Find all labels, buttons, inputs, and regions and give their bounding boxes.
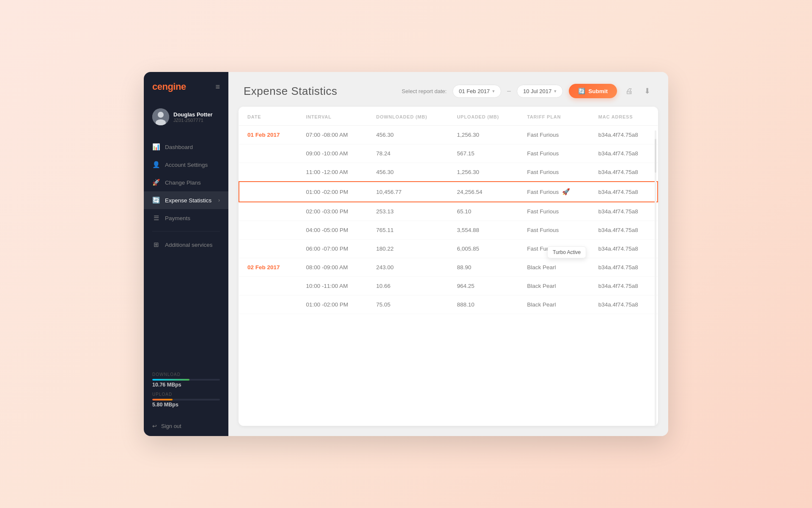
upload-value: 5.80 MBps (152, 402, 220, 408)
table-container: DATE INTERVAL DOWNLOADED (MB) UPLOADED (… (239, 107, 658, 426)
cell-mac: b34a.4f74.75a8 (590, 126, 658, 144)
cell-downloaded: 243.00 (368, 258, 448, 277)
cell-mac: b34a.4f74.75a8 (590, 221, 658, 240)
sidebar: cengine ≡ Douglas Potter JZ01-2507771 📊 … (144, 72, 228, 436)
page-title: Expense Statistics (244, 85, 337, 98)
cell-tariff: Black Pearl (518, 295, 590, 314)
cell-date (239, 277, 297, 295)
table-row: 04:00 -05:00 PM765.113,554.88Fast Furiou… (239, 221, 658, 240)
sidebar-item-expense-statistics[interactable]: 🔄 Expense Statistics › (144, 191, 228, 209)
download-bar-bg (152, 379, 220, 381)
table-row: 09:00 -10:00 AM78.24567.15Fast Furiousb3… (239, 144, 658, 163)
report-date-label: Select report date: (402, 88, 447, 94)
download-bar-fill (152, 379, 189, 381)
download-value: 10.76 MBps (152, 382, 220, 388)
user-section: Douglas Potter JZ01-2507771 (144, 102, 228, 134)
sidebar-label-account-settings: Account Settings (165, 162, 208, 168)
cell-downloaded: 10.66 (368, 277, 448, 295)
cell-tariff: Fast Furious🚀 (518, 182, 590, 202)
nav-divider (152, 231, 220, 232)
grid-icon: ⊞ (152, 241, 160, 248)
cell-uploaded: 6,005.85 (448, 240, 518, 258)
cell-interval: 08:00 -09:00 AM (297, 258, 368, 277)
chevron-down-icon-from: ▾ (492, 88, 495, 94)
logo: cengine (152, 81, 186, 92)
sidebar-label-change-plans: Change Plans (165, 179, 201, 186)
table-scroll[interactable]: DATE INTERVAL DOWNLOADED (MB) UPLOADED (… (239, 107, 658, 426)
main-content: Expense Statistics Select report date: 0… (228, 72, 668, 436)
submit-refresh-icon: 🔄 (578, 88, 585, 94)
table-row: 01:00 -02:00 PM75.05888.10Black Pearlb34… (239, 295, 658, 314)
refresh-icon: 🔄 (152, 196, 160, 204)
table-row: 06:00 -07:00 PM180.226,005.85Fast Furiou… (239, 240, 658, 258)
turbo-icon: 🚀 (562, 188, 570, 196)
turbo-tooltip: Turbo Active (547, 246, 586, 258)
upload-label: UPLOAD (152, 392, 220, 397)
cell-mac: b34a.4f74.75a8 (590, 182, 658, 202)
cell-date (239, 144, 297, 163)
cell-uploaded: 1,256.30 (448, 163, 518, 182)
date-to-picker[interactable]: 10 Jul 2017 ▾ (517, 85, 563, 98)
download-button[interactable]: ⬇ (642, 85, 653, 97)
sidebar-item-additional-services[interactable]: ⊞ Additional services (144, 236, 228, 254)
hamburger-icon[interactable]: ≡ (215, 83, 220, 91)
cell-downloaded: 765.11 (368, 221, 448, 240)
cell-uploaded: 567.15 (448, 144, 518, 163)
table-row: 01:00 -02:00 PM10,456.7724,256.54Fast Fu… (239, 182, 658, 202)
nav-section: 📊 Dashboard 👤 Account Settings 🚀 Change … (144, 134, 228, 365)
table-row: 11:00 -12:00 AM456.301,256.30Fast Furiou… (239, 163, 658, 182)
cell-downloaded: 75.05 (368, 295, 448, 314)
submit-button[interactable]: 🔄 Submit (569, 84, 617, 98)
sign-out-icon: ↩ (152, 423, 157, 429)
cell-mac: b34a.4f74.75a8 (590, 202, 658, 221)
cell-interval: 02:00 -03:00 PM (297, 202, 368, 221)
sidebar-item-payments[interactable]: ☰ Payments (144, 209, 228, 227)
scrollbar-thumb (655, 139, 656, 173)
scrollbar[interactable] (655, 130, 656, 426)
cell-uploaded: 24,256.54 (448, 182, 518, 202)
sign-out-label: Sign out (161, 423, 181, 429)
cell-mac: b34a.4f74.75a8 (590, 163, 658, 182)
cell-date (239, 182, 297, 202)
sidebar-item-account-settings[interactable]: 👤 Account Settings (144, 156, 228, 174)
sidebar-item-dashboard[interactable]: 📊 Dashboard (144, 138, 228, 156)
top-bar: Expense Statistics Select report date: 0… (228, 72, 668, 107)
date-separator: – (507, 87, 511, 95)
cell-tariff: Black Pearl (518, 258, 590, 276)
chevron-down-icon-to: ▾ (554, 88, 557, 94)
submit-label: Submit (588, 88, 608, 94)
upload-bar-fill (152, 399, 173, 400)
sidebar-item-change-plans[interactable]: 🚀 Change Plans (144, 174, 228, 191)
cell-downloaded: 253.13 (368, 202, 448, 221)
download-label: DOWNLOAD (152, 372, 220, 377)
date-from-picker[interactable]: 01 Feb 2017 ▾ (453, 85, 501, 98)
cell-date (239, 221, 297, 240)
cell-interval: 07:00 -08:00 AM (297, 126, 368, 144)
table-row: 10:00 -11:00 AM10.66964.25Black Pearlb34… (239, 277, 658, 295)
cell-uploaded: 3,554.88 (448, 221, 518, 240)
sidebar-label-dashboard: Dashboard (165, 144, 193, 150)
cell-tariff: Fast Furious (518, 221, 590, 239)
table-row: 02:00 -03:00 PM253.1365.10Fast Furiousb3… (239, 202, 658, 221)
user-info: Douglas Potter JZ01-2507771 (173, 111, 212, 123)
cell-interval: 11:00 -12:00 AM (297, 163, 368, 182)
sidebar-label-expense-statistics: Expense Statistics (165, 197, 211, 204)
svg-point-1 (158, 112, 164, 118)
table-row: 02 Feb 201708:00 -09:00 AM243.0088.90Bla… (239, 258, 658, 277)
col-downloaded: DOWNLOADED (MB) (368, 107, 448, 126)
cell-date (239, 295, 297, 314)
cell-interval: 01:00 -02:00 PM (297, 295, 368, 314)
cell-interval: 04:00 -05:00 PM (297, 221, 368, 240)
chevron-right-icon: › (218, 197, 220, 203)
user-id: JZ01-2507771 (173, 118, 212, 123)
cell-uploaded: 65.10 (448, 202, 518, 221)
cell-mac: b34a.4f74.75a8 (590, 144, 658, 163)
expense-table: DATE INTERVAL DOWNLOADED (MB) UPLOADED (… (239, 107, 658, 314)
cell-uploaded: 88.90 (448, 258, 518, 277)
cell-date (239, 163, 297, 182)
cell-downloaded: 456.30 (368, 126, 448, 144)
cell-tariff: Fast Furious (518, 163, 590, 181)
col-uploaded: UPLOADED (MB) (448, 107, 518, 126)
print-button[interactable]: 🖨 (623, 85, 636, 97)
sign-out-button[interactable]: ↩ Sign out (144, 416, 228, 436)
